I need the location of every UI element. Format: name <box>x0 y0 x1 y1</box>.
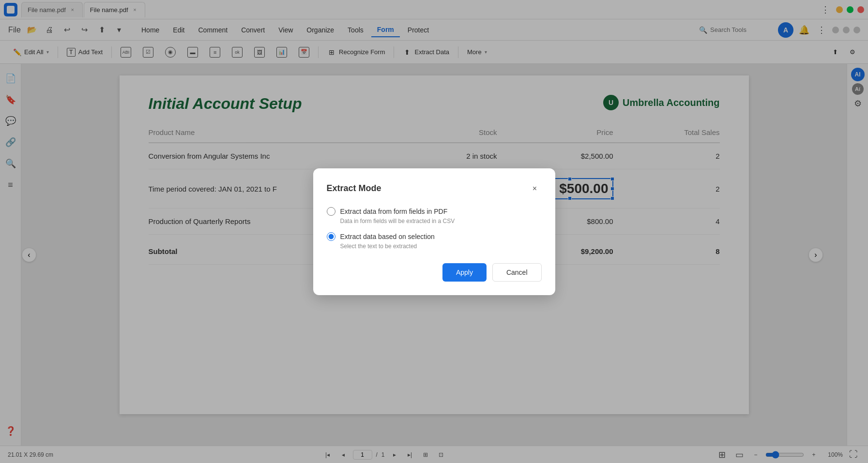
extract-option-1: Extract data from form fields in PDF Dat… <box>327 207 542 224</box>
option1-radio[interactable] <box>327 207 335 216</box>
apply-btn[interactable]: Apply <box>442 263 487 282</box>
option2-text: Extract data based on selection <box>340 233 435 240</box>
modal-close-btn[interactable]: × <box>528 182 542 195</box>
modal-title: Extract Mode <box>327 183 381 194</box>
extract-option-2: Extract data based on selection Select t… <box>327 232 542 250</box>
option2-desc: Select the text to be extracted <box>340 243 542 250</box>
modal-overlay: Extract Mode × Extract data from form fi… <box>0 0 868 463</box>
option1-label[interactable]: Extract data from form fields in PDF <box>327 207 542 216</box>
extract-mode-modal: Extract Mode × Extract data from form fi… <box>313 168 555 295</box>
cancel-btn[interactable]: Cancel <box>492 263 542 282</box>
modal-actions: Apply Cancel <box>327 263 542 282</box>
option1-desc: Data in form fields will be extracted in… <box>340 218 542 224</box>
option2-radio[interactable] <box>327 232 335 241</box>
option2-label[interactable]: Extract data based on selection <box>327 232 542 241</box>
modal-header: Extract Mode × <box>327 182 542 195</box>
option1-text: Extract data from form fields in PDF <box>340 208 448 215</box>
